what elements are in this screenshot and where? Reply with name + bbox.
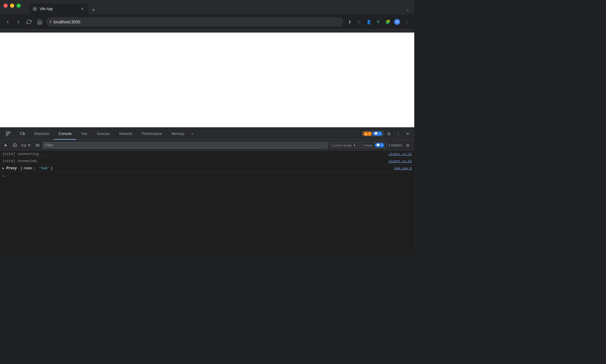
proxy-colon: : (33, 166, 37, 170)
traffic-light-maximize[interactable] (17, 4, 21, 8)
console-message-1: [vite] connecting... (2, 152, 384, 156)
back-button[interactable] (4, 18, 12, 26)
console-proxy-line: ▶ Proxy { name : 'Sam' } App.vue:6 (0, 165, 414, 172)
console-toolbar: top ▼ Custom levels ▼ 1 Issue: 💬 1 2 hid… (0, 140, 414, 151)
console-line: [vite] connected. client.ts:52 (0, 158, 414, 165)
tab-network[interactable]: Network (115, 128, 137, 140)
address-input[interactable]: ℹ localhost:3000 (46, 17, 343, 27)
run-script-button[interactable] (2, 142, 9, 149)
context-selector[interactable]: top ▼ (20, 143, 32, 148)
address-bar-right: ⬆ ☆ 👤 V 🧩 A ⋮ (346, 18, 411, 26)
tab-performance[interactable]: Performance (137, 128, 167, 140)
devtools-tabs-right: ▲ 2 💬 1 ⚙ ⋮ ✕ (362, 130, 413, 138)
context-arrow: ▼ (28, 143, 31, 147)
tab-favicon (33, 7, 37, 11)
console-prompt-symbol: > (2, 174, 5, 178)
console-message-2: [vite] connected. (2, 159, 384, 163)
chrome-menu-button[interactable]: ⋮ (402, 18, 411, 26)
bookmark-button[interactable]: ☆ (355, 18, 363, 26)
proxy-value: 'Sam' (39, 166, 49, 170)
tab-bar: Vite App ✕ + ⌄ (0, 0, 414, 14)
devtools-tabs: Elements Console Vue Sources Network Per… (0, 128, 414, 140)
tab-bar-right: ⌄ (404, 6, 412, 14)
proxy-object: ▶ Proxy { name : 'Sam' } (2, 166, 53, 170)
tab-title: Vite App (40, 7, 78, 11)
issue-label: 1 Issue: (362, 144, 373, 147)
forward-button[interactable] (14, 18, 22, 26)
devtools-more-button[interactable]: ⋮ (394, 130, 402, 138)
svg-point-11 (37, 145, 38, 146)
console-output: [vite] connecting... client.ts:22 [vite]… (0, 151, 414, 255)
custom-levels-button[interactable]: Custom levels ▼ (329, 143, 358, 148)
issue-count-badge: 💬 1 (375, 143, 384, 147)
info-badge: 💬 1 (373, 131, 382, 136)
svg-marker-7 (5, 144, 7, 147)
console-source-1[interactable]: client.ts:22 (384, 152, 412, 156)
badge-group[interactable]: ▲ 2 💬 1 (362, 131, 383, 136)
reload-button[interactable] (25, 18, 33, 26)
tab-bar-more-button[interactable]: ⌄ (404, 6, 412, 13)
console-source-2[interactable]: client.ts:52 (384, 160, 412, 163)
extension-vue[interactable]: V (374, 18, 382, 26)
tab-sources[interactable]: Sources (92, 128, 115, 140)
traffic-light-close[interactable] (4, 4, 8, 8)
tab-vue[interactable]: Vue (76, 128, 92, 140)
tab-close-button[interactable]: ✕ (80, 7, 85, 11)
proxy-expand-arrow[interactable]: ▶ (2, 166, 4, 170)
proxy-close-brace: } (51, 166, 53, 170)
svg-rect-2 (6, 132, 8, 133)
tab-device-toggle[interactable] (15, 128, 30, 140)
tab-elements[interactable]: Elements (30, 128, 54, 140)
context-label: top (21, 143, 26, 147)
console-line: [vite] connecting... client.ts:22 (0, 151, 414, 158)
share-button[interactable]: ⬆ (346, 18, 354, 26)
tab-console[interactable]: Console (54, 128, 76, 140)
hidden-count: 2 hidden (388, 143, 402, 147)
devtools-panel: Elements Console Vue Sources Network Per… (0, 127, 414, 255)
tab-inspector[interactable] (1, 128, 15, 140)
new-tab-button[interactable]: + (89, 6, 98, 14)
svg-rect-6 (24, 133, 25, 135)
issue-button[interactable]: 1 Issue: 💬 1 (360, 142, 386, 148)
console-input[interactable] (7, 174, 412, 178)
svg-rect-4 (6, 134, 8, 136)
warning-badge: ▲ 2 (363, 132, 372, 136)
proxy-key: name (24, 166, 32, 170)
address-bar: ℹ localhost:3000 ⬆ ☆ 👤 V 🧩 A ⋮ (0, 14, 414, 30)
tab-memory[interactable]: Memory (167, 128, 189, 140)
console-source-3[interactable]: App.vue:6 (390, 167, 412, 170)
console-settings-button[interactable]: ⚙ (404, 141, 412, 149)
devtools-settings-button[interactable]: ⚙ (385, 130, 393, 138)
eye-button[interactable] (34, 142, 41, 149)
address-text: localhost:3000 (54, 20, 80, 24)
profile-button[interactable]: A (393, 18, 401, 26)
page-content (0, 33, 414, 127)
svg-point-1 (34, 8, 36, 9)
svg-rect-3 (9, 132, 10, 133)
more-devtools-tabs-button[interactable]: » (189, 128, 196, 140)
clear-console-button[interactable] (11, 142, 18, 149)
proxy-open-brace: { (18, 166, 22, 170)
extension-puzzle[interactable]: 🧩 (383, 18, 392, 26)
svg-rect-5 (20, 132, 23, 135)
traffic-light-minimize[interactable] (10, 4, 14, 8)
security-icon: ℹ (50, 20, 51, 24)
devtools-close-button[interactable]: ✕ (404, 130, 412, 138)
traffic-lights (0, 4, 24, 8)
browser-tab-active[interactable]: Vite App ✕ (29, 4, 88, 14)
browser-chrome: Vite App ✕ + ⌄ (0, 0, 414, 33)
filter-input[interactable] (43, 142, 328, 149)
extension-kaspersky[interactable]: 👤 (365, 18, 373, 26)
home-button[interactable] (36, 18, 44, 26)
proxy-label: Proxy (6, 166, 17, 170)
console-input-line: > (0, 172, 414, 180)
